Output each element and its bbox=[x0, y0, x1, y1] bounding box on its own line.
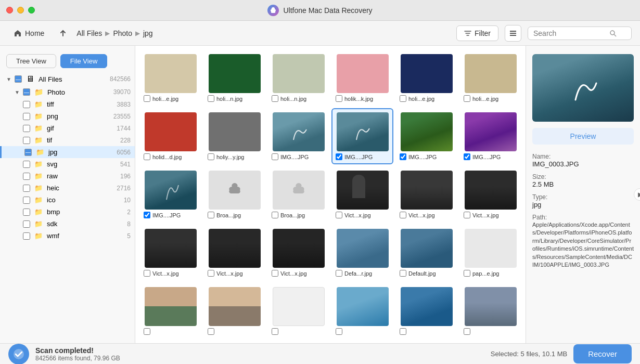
ico-checkbox[interactable] bbox=[23, 197, 30, 204]
file-checkbox[interactable] bbox=[144, 95, 150, 102]
file-card[interactable] bbox=[395, 283, 457, 339]
sidebar-item-raw[interactable]: 📁 raw 196 bbox=[0, 170, 135, 182]
sidebar-item-tiff[interactable]: 📁 tiff 3883 bbox=[0, 98, 135, 110]
file-card[interactable]: Vict...x.jpg bbox=[267, 225, 329, 281]
sidebar-item-bmp[interactable]: 📁 bmp 2 bbox=[0, 206, 135, 218]
file-card-selected[interactable]: IMG....JPG bbox=[331, 108, 393, 164]
file-card[interactable]: holi...e.jpg bbox=[459, 50, 521, 106]
file-card[interactable]: Broa...jpg bbox=[203, 166, 265, 223]
file-checkbox[interactable] bbox=[272, 95, 278, 102]
tree-view-button[interactable]: Tree View bbox=[6, 54, 56, 68]
file-checkbox[interactable] bbox=[272, 212, 278, 218]
file-card[interactable]: holi...n.jpg bbox=[267, 50, 329, 106]
file-card[interactable] bbox=[203, 283, 265, 339]
file-card[interactable]: IMG....JPG bbox=[139, 166, 201, 223]
file-checkbox[interactable] bbox=[400, 153, 406, 160]
sidebar-item-jpg[interactable]: — 📁 jpg 6056 bbox=[0, 146, 135, 158]
file-checkbox[interactable] bbox=[272, 328, 278, 335]
file-checkbox[interactable] bbox=[464, 212, 470, 218]
file-card[interactable]: holi...e.jpg bbox=[139, 50, 201, 106]
file-checkbox[interactable] bbox=[400, 95, 406, 102]
file-card[interactable]: pap...e.jpg bbox=[459, 225, 521, 281]
file-view-button[interactable]: File View bbox=[60, 54, 108, 68]
svg-checkbox[interactable] bbox=[23, 161, 30, 168]
sidebar-item-gif[interactable]: 📁 gif 1744 bbox=[0, 122, 135, 134]
file-card[interactable]: Vict...x.jpg bbox=[459, 166, 521, 223]
sidebar-item-tif[interactable]: 📁 tif 228 bbox=[0, 134, 135, 146]
file-checkbox[interactable] bbox=[208, 95, 214, 102]
sidebar-item-wmf[interactable]: 📁 wmf 5 bbox=[0, 230, 135, 242]
preview-button[interactable]: Preview bbox=[532, 128, 634, 145]
file-card[interactable]: holik...k.jpg bbox=[331, 50, 393, 106]
file-card[interactable]: holi...n.jpg bbox=[203, 50, 265, 106]
jpg-checkbox[interactable]: — bbox=[24, 149, 32, 156]
file-checkbox[interactable] bbox=[144, 270, 150, 277]
file-checkbox[interactable] bbox=[336, 270, 342, 277]
sidebar-item-heic[interactable]: 📁 heic 2716 bbox=[0, 182, 135, 194]
sidebar-item-png[interactable]: 📁 png 23555 bbox=[0, 110, 135, 122]
file-card[interactable]: Vict...x.jpg bbox=[203, 225, 265, 281]
file-checkbox[interactable] bbox=[144, 212, 150, 218]
breadcrumb-allfiles[interactable]: All Files bbox=[76, 29, 102, 37]
file-card[interactable]: Vict...x.jpg bbox=[395, 166, 457, 223]
file-checkbox[interactable] bbox=[464, 270, 470, 277]
tif-checkbox[interactable] bbox=[23, 137, 30, 144]
sidebar-item-ico[interactable]: 📁 ico 10 bbox=[0, 194, 135, 206]
sidebar-item-photo[interactable]: ▼ — 📁 Photo 39070 bbox=[0, 86, 135, 98]
file-card[interactable] bbox=[267, 283, 329, 339]
allfiles-checkbox[interactable]: — bbox=[15, 75, 22, 83]
png-checkbox[interactable] bbox=[23, 113, 30, 120]
file-card[interactable]: holiy...y.jpg bbox=[203, 108, 265, 164]
file-checkbox[interactable] bbox=[464, 153, 470, 160]
file-card[interactable]: holid...d.jpg bbox=[139, 108, 201, 164]
file-checkbox[interactable] bbox=[464, 95, 470, 102]
sidebar-item-svg[interactable]: 📁 svg 541 bbox=[0, 158, 135, 170]
heic-checkbox[interactable] bbox=[23, 185, 30, 192]
gif-checkbox[interactable] bbox=[23, 125, 30, 132]
file-checkbox[interactable] bbox=[336, 212, 342, 218]
recover-button[interactable]: Recover bbox=[573, 344, 632, 363]
file-checkbox[interactable] bbox=[336, 95, 342, 102]
file-checkbox[interactable] bbox=[400, 270, 406, 277]
file-checkbox[interactable] bbox=[208, 153, 214, 160]
bmp-checkbox[interactable] bbox=[23, 209, 30, 216]
file-card[interactable]: IMG....JPG bbox=[459, 108, 521, 164]
breadcrumb-photo[interactable]: Photo bbox=[113, 29, 132, 37]
file-card[interactable]: IMG....JPG bbox=[267, 108, 329, 164]
search-bar[interactable] bbox=[528, 27, 632, 40]
file-card[interactable]: Broa...jpg bbox=[267, 166, 329, 223]
wmf-checkbox[interactable] bbox=[23, 232, 30, 240]
file-checkbox[interactable] bbox=[336, 328, 342, 335]
file-checkbox[interactable] bbox=[208, 270, 214, 277]
file-card[interactable] bbox=[331, 283, 393, 339]
file-checkbox[interactable] bbox=[464, 328, 470, 335]
file-card[interactable]: Defa...r.jpg bbox=[331, 225, 393, 281]
raw-checkbox[interactable] bbox=[23, 173, 30, 180]
file-checkbox[interactable] bbox=[208, 212, 214, 218]
file-card[interactable]: IMG....JPG bbox=[395, 108, 457, 164]
minimize-button[interactable] bbox=[17, 7, 24, 14]
sdk-checkbox[interactable] bbox=[23, 220, 30, 228]
close-button[interactable] bbox=[6, 7, 13, 14]
sidebar-item-allfiles[interactable]: ▼ — 🖥 All Files 842566 bbox=[0, 72, 135, 86]
file-card[interactable]: Vict...x.jpg bbox=[331, 166, 393, 223]
list-view-button[interactable] bbox=[505, 25, 521, 42]
file-card[interactable]: Vict...x.jpg bbox=[139, 225, 201, 281]
home-button[interactable]: Home bbox=[8, 26, 49, 41]
file-card[interactable] bbox=[139, 283, 201, 339]
scroll-right-button[interactable]: ▶ bbox=[634, 188, 640, 201]
file-checkbox[interactable] bbox=[144, 153, 150, 160]
search-input[interactable] bbox=[533, 29, 606, 37]
sidebar-item-sdk[interactable]: 📁 sdk 8 bbox=[0, 218, 135, 230]
file-card[interactable]: holi...e.jpg bbox=[395, 50, 457, 106]
file-checkbox[interactable] bbox=[272, 270, 278, 277]
file-checkbox[interactable] bbox=[400, 212, 406, 218]
file-checkbox[interactable] bbox=[400, 328, 406, 335]
photo-checkbox[interactable]: — bbox=[23, 88, 30, 96]
file-checkbox[interactable] bbox=[144, 328, 150, 335]
file-checkbox[interactable] bbox=[272, 153, 278, 160]
file-card[interactable] bbox=[459, 283, 521, 339]
file-card[interactable]: Default.jpg bbox=[395, 225, 457, 281]
back-button[interactable] bbox=[56, 26, 70, 41]
file-checkbox[interactable] bbox=[208, 328, 214, 335]
